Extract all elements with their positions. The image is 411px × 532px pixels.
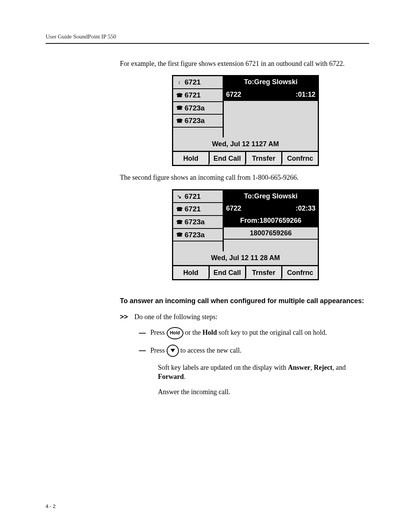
answer-line: Answer the incoming call. — [158, 387, 371, 396]
softkey-conference: Confrnc — [282, 266, 318, 279]
dash-bullet: — — [139, 328, 146, 337]
text: . — [184, 373, 186, 380]
subtext: Press Hold or the Hold soft key to put t… — [150, 327, 327, 339]
subtext: Press to access the new call. — [150, 345, 241, 357]
step-text: Do one of the following steps: — [134, 312, 217, 321]
down-arrow-key-icon — [167, 345, 179, 357]
line-label: 6723a — [185, 230, 205, 240]
line-label: 6721 — [185, 204, 201, 214]
line-key-3: ☎ 6723a — [173, 102, 223, 115]
phone-icon: ☎ — [175, 232, 183, 237]
text: , and — [332, 364, 346, 371]
line-label: 6721 — [185, 192, 201, 201]
dash-bullet: — — [139, 346, 146, 355]
line-key-1: ↕ 6721 — [173, 76, 223, 89]
datetime-bar: Wed, Jul 12 1127 AM — [173, 137, 318, 151]
phone-icon: ☎ — [175, 105, 183, 110]
line-keys-pane: ↕ 6721 ☎ 6721 ☎ 6723a ☎ — [173, 76, 224, 137]
called-number: 6722 — [226, 90, 241, 99]
active-call-icon: ↕ — [175, 80, 183, 85]
line-label: 6721 — [185, 90, 201, 100]
call-info-pane: To:Greg Slowski 6722 :02:33 From:1800765… — [224, 190, 318, 252]
hold-key-icon: Hold — [167, 327, 183, 339]
intro-paragraph-1: For example, the first figure shows exte… — [120, 59, 371, 68]
line-label: 6723a — [185, 217, 205, 227]
call-timer: :01:12 — [296, 90, 315, 99]
line-label: 6721 — [185, 77, 201, 87]
sub-step-1: — Press Hold or the Hold soft key to put… — [139, 327, 371, 339]
call-to-label: To:Greg Slowski — [224, 190, 318, 203]
document-page: User Guide SoundPoint IP 550 For example… — [0, 0, 411, 532]
softkey-transfer: Trnsfer — [246, 152, 283, 165]
figure-1: ↕ 6721 ☎ 6721 ☎ 6723a ☎ — [120, 75, 371, 166]
text: Press — [150, 346, 165, 354]
call-to-label: To:Greg Slowski — [224, 76, 318, 88]
line-key-3: ☎ 6723a — [173, 216, 223, 229]
phone-icon: ☎ — [175, 118, 183, 123]
phone-icon: ☎ — [175, 206, 183, 212]
step-1: >> Do one of the following steps: — [120, 312, 371, 321]
sub-steps: — Press Hold or the Hold soft key to put… — [139, 327, 371, 397]
softkey-endcall: End Call — [210, 152, 246, 165]
text: or the — [185, 328, 202, 336]
call-from-label: From:18007659266 — [224, 215, 318, 227]
phone-screen-2: ↘ 6721 ☎ 6721 ☎ 6723a ☎ — [172, 189, 319, 280]
softkey-endcall: End Call — [210, 266, 246, 279]
call-timer: :02:33 — [296, 204, 315, 213]
call-number-row: 6722 :01:12 — [224, 89, 318, 101]
phone-icon: ☎ — [175, 219, 183, 225]
procedure-heading: To answer an incoming call when configur… — [120, 296, 371, 305]
header-rule — [46, 43, 369, 44]
line-key-2: ☎ 6721 — [173, 89, 223, 102]
reject-bold: Reject — [314, 364, 332, 371]
call-number-row: 6722 :02:33 — [224, 203, 318, 215]
text: soft key to put the original call on hol… — [217, 328, 327, 336]
call-info-pane: To:Greg Slowski 6722 :01:12 — [224, 76, 318, 137]
caller-id: 18007659266 — [224, 227, 318, 240]
line-key-2: ☎ 6721 — [173, 203, 223, 216]
incoming-call-icon: ↘ — [175, 194, 183, 199]
line-label: 6723a — [185, 116, 205, 126]
step-marker: >> — [120, 312, 130, 321]
line-keys-pane: ↘ 6721 ☎ 6721 ☎ 6723a ☎ — [173, 190, 224, 252]
body-column: For example, the first figure shows exte… — [120, 59, 371, 396]
phone-screen-1: ↕ 6721 ☎ 6721 ☎ 6723a ☎ — [172, 75, 319, 166]
line-key-4: ☎ 6723a — [173, 229, 223, 242]
softkey-transfer: Trnsfer — [246, 266, 283, 279]
line-label: 6723a — [185, 103, 205, 113]
called-number: 6722 — [226, 204, 241, 213]
softkey-hold: Hold — [173, 152, 210, 165]
sub-step-2: — Press to access the new call. — [139, 345, 371, 357]
figure-2: ↘ 6721 ☎ 6721 ☎ 6723a ☎ — [120, 189, 371, 280]
softkey-hold: Hold — [173, 266, 210, 279]
running-header: User Guide SoundPoint IP 550 — [46, 34, 369, 40]
text: Press — [150, 328, 165, 336]
softkey-row: Hold End Call Trnsfer Confrnc — [173, 151, 318, 165]
intro-paragraph-2: The second figure shows an incoming call… — [120, 173, 371, 182]
phone-icon: ☎ — [175, 93, 183, 98]
softkey-note: Soft key labels are updated on the displ… — [158, 363, 371, 382]
line-key-4: ☎ 6723a — [173, 115, 223, 128]
datetime-bar: Wed, Jul 12 11 28 AM — [173, 251, 318, 265]
text: to access the new call. — [180, 346, 241, 354]
answer-bold: Answer — [288, 364, 310, 371]
down-triangle-icon — [170, 349, 175, 352]
hold-bold: Hold — [202, 328, 217, 336]
softkey-conference: Confrnc — [282, 152, 318, 165]
forward-bold: Forward — [158, 373, 184, 380]
line-key-1: ↘ 6721 — [173, 190, 223, 203]
page-number: 4 - 2 — [46, 503, 56, 509]
text: Soft key labels are updated on the displ… — [158, 364, 288, 371]
softkey-row: Hold End Call Trnsfer Confrnc — [173, 265, 318, 279]
